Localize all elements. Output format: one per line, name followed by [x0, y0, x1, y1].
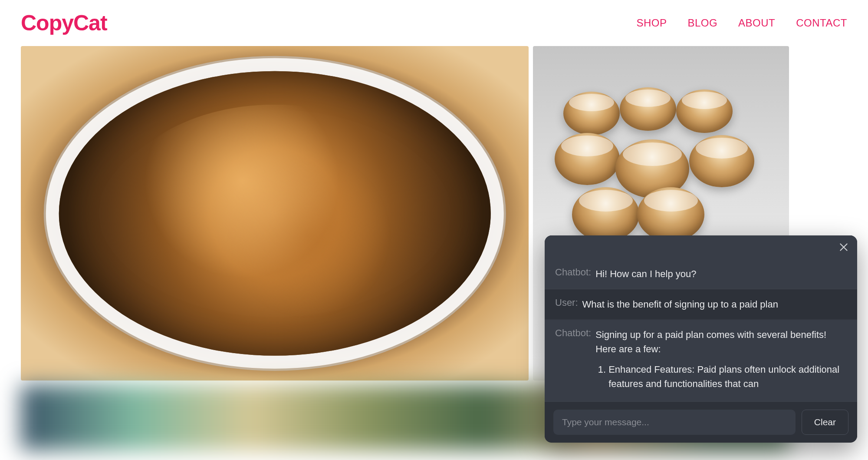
message-sender: User: [555, 297, 578, 308]
chatbot-header [545, 235, 857, 259]
chatbot-widget: Chatbot: Hi! How can I help you? User: W… [545, 235, 857, 443]
header: CopyCat SHOP BLOG ABOUT CONTACT [0, 0, 868, 46]
list-item: Enhanced Features: Paid plans often unlo… [608, 362, 847, 391]
donut-image [555, 133, 620, 185]
message-sender: Chatbot: [555, 267, 591, 278]
chat-input[interactable] [553, 410, 796, 435]
main-nav: SHOP BLOG ABOUT CONTACT [636, 17, 847, 29]
donut-image [689, 135, 754, 187]
site-logo[interactable]: CopyCat [21, 10, 107, 36]
chat-input-row: Clear [545, 402, 857, 443]
chat-message: User: What is the benefit of signing up … [545, 289, 857, 320]
message-sender: Chatbot: [555, 328, 591, 339]
clear-button[interactable]: Clear [802, 410, 848, 435]
message-text: Signing up for a paid plan comes with se… [595, 328, 847, 394]
nav-shop[interactable]: SHOP [636, 17, 667, 29]
message-list: Enhanced Features: Paid plans often unlo… [595, 362, 847, 391]
donut-image [572, 187, 639, 242]
close-icon[interactable] [838, 242, 849, 253]
message-text: What is the benefit of signing up to a p… [582, 297, 778, 311]
hero-image[interactable] [21, 46, 529, 381]
nav-contact[interactable]: CONTACT [796, 17, 847, 29]
nav-blog[interactable]: BLOG [687, 17, 717, 29]
message-body: Signing up for a paid plan comes with se… [595, 329, 826, 354]
chat-message: Chatbot: Signing up for a paid plan come… [545, 320, 857, 402]
chat-message: Chatbot: Hi! How can I help you? [545, 259, 857, 289]
chat-messages[interactable]: Chatbot: Hi! How can I help you? User: W… [545, 259, 857, 402]
nav-about[interactable]: ABOUT [738, 17, 775, 29]
donut-image [676, 89, 733, 133]
donut-image [563, 92, 620, 135]
message-text: Hi! How can I help you? [595, 267, 696, 281]
donut-image [620, 87, 676, 131]
donut-image [637, 187, 704, 242]
